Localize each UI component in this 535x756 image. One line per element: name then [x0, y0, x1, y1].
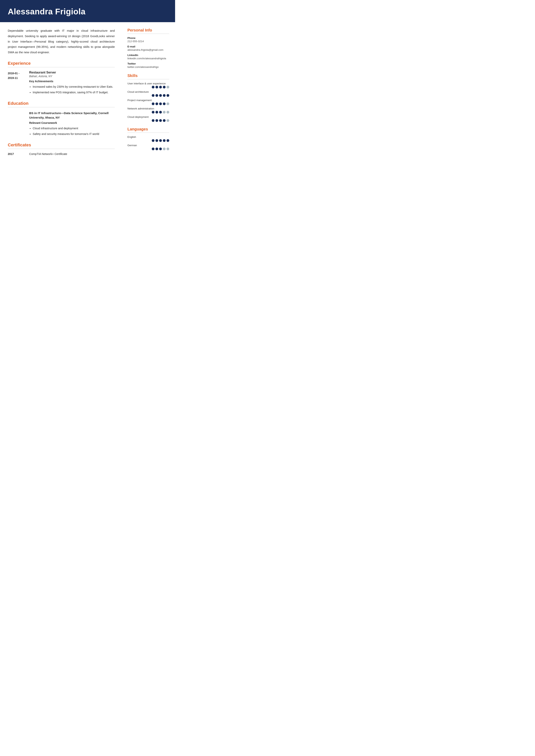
- skill-item: Project management: [127, 99, 169, 105]
- skill-name: Project management: [127, 99, 169, 102]
- dot-filled: [155, 148, 158, 150]
- dot-filled: [152, 119, 155, 122]
- languages-section: Languages EnglishGerman: [127, 127, 169, 150]
- dot-filled: [152, 148, 155, 150]
- edu-date-col: [8, 111, 29, 137]
- skill-item: Cloud architecture: [127, 91, 169, 97]
- dot-empty: [163, 111, 166, 114]
- certificates-section: Certificates 2017 CompTIA Network+ Certi…: [8, 143, 115, 155]
- language-name: English: [127, 135, 169, 138]
- dot-filled: [167, 139, 169, 142]
- dot-filled: [163, 139, 166, 142]
- skill-item: Cloud deployment: [127, 116, 169, 122]
- personal-info-title: Personal Info: [127, 28, 169, 33]
- skills-section: Skills User interface & user experienceC…: [127, 73, 169, 122]
- education-title: Education: [8, 101, 115, 106]
- candidate-name: Alessandra Frigiola: [8, 7, 167, 16]
- dot-filled: [159, 94, 162, 97]
- experience-item: 2018-01 - 2019-11 Restaurant Server Baha…: [8, 71, 115, 96]
- twitter-label: Twitter: [127, 62, 169, 65]
- exp-job-title: Restaurant Server: [29, 71, 115, 74]
- exp-date-start: 2018-01 -: [8, 71, 29, 76]
- exp-details: Restaurant Server Bahari, Astoria, NY Ke…: [29, 71, 115, 96]
- email-value: alessandra.frigiola@gmail.com: [127, 48, 169, 51]
- coursework-list: Cloud infrastructure and deployment Safe…: [29, 126, 115, 137]
- email-label: E-mail: [127, 45, 169, 48]
- experience-title: Experience: [8, 61, 115, 66]
- skills-divider: [127, 79, 169, 79]
- skill-dots: [127, 102, 169, 105]
- dot-empty: [167, 111, 169, 114]
- achievements-label: Key Achievements: [29, 80, 115, 83]
- dot-filled: [159, 111, 162, 114]
- linkedin-value: linkedin.com/in/alessandrafrigiola: [127, 57, 169, 60]
- exp-company: Bahari, Astoria, NY: [29, 75, 115, 78]
- dot-filled: [159, 148, 162, 150]
- dot-filled: [155, 111, 158, 114]
- linkedin-label: LinkedIn: [127, 54, 169, 57]
- skills-title: Skills: [127, 73, 169, 78]
- skill-name: Cloud architecture: [127, 91, 169, 93]
- language-name: German: [127, 144, 169, 147]
- cert-year: 2017: [8, 152, 29, 155]
- phone-field: Phone 212-555-3214: [127, 37, 169, 43]
- certificates-title: Certificates: [8, 143, 115, 148]
- skill-name: User interface & user experience: [127, 82, 169, 85]
- personal-info-section: Personal Info Phone 212-555-3214 E-mail …: [127, 28, 169, 68]
- email-field: E-mail alessandra.frigiola@gmail.com: [127, 45, 169, 51]
- main-column: Dependable university graduate with IT m…: [0, 22, 123, 168]
- dot-filled: [152, 86, 155, 89]
- dot-filled: [152, 94, 155, 97]
- dot-filled: [152, 111, 155, 114]
- header: Alessandra Frigiola: [0, 0, 175, 22]
- cert-item: 2017 CompTIA Network+ Certificate: [8, 152, 115, 155]
- achievements-list: Increased sales by 230% by connecting re…: [29, 84, 115, 95]
- content-wrapper: Dependable university graduate with IT m…: [0, 22, 175, 168]
- languages-title: Languages: [127, 127, 169, 131]
- language-dots: [127, 139, 169, 142]
- dot-empty: [167, 86, 169, 89]
- dot-filled: [155, 86, 158, 89]
- dot-filled: [163, 102, 166, 105]
- dot-empty: [167, 148, 169, 150]
- dot-filled: [159, 86, 162, 89]
- education-divider: [8, 107, 115, 107]
- dot-empty: [163, 148, 166, 150]
- skill-dots: [127, 94, 169, 97]
- skill-dots: [127, 111, 169, 114]
- skill-dots: [127, 86, 169, 89]
- coursework-item-1: Cloud infrastructure and deployment: [33, 126, 115, 131]
- dot-filled: [167, 94, 169, 97]
- education-section: Education BS in IT Infrastructure—Data S…: [8, 101, 115, 137]
- achievement-item-2: Implemented new POS integration, saving …: [33, 90, 115, 95]
- achievement-item-1: Increased sales by 230% by connecting re…: [33, 84, 115, 89]
- skills-list: User interface & user experienceCloud ar…: [127, 82, 169, 122]
- summary-text: Dependable university graduate with IT m…: [8, 28, 115, 55]
- dot-filled: [159, 102, 162, 105]
- twitter-field: Twitter twitter.com/alessandrafrigo: [127, 62, 169, 68]
- edu-details: BS in IT Infrastructure—Data Science Spe…: [29, 111, 115, 137]
- education-item: BS in IT Infrastructure—Data Science Spe…: [8, 111, 115, 137]
- dot-filled: [152, 102, 155, 105]
- phone-label: Phone: [127, 37, 169, 40]
- skill-item: User interface & user experience: [127, 82, 169, 89]
- dot-filled: [159, 119, 162, 122]
- dot-empty: [167, 119, 169, 122]
- languages-list: EnglishGerman: [127, 135, 169, 150]
- linkedin-field: LinkedIn linkedin.com/in/alessandrafrigi…: [127, 54, 169, 60]
- skill-name: Cloud deployment: [127, 116, 169, 119]
- skill-item: Network administration: [127, 107, 169, 114]
- dot-filled: [152, 139, 155, 142]
- cert-name: CompTIA Network+ Certificate: [29, 152, 67, 155]
- dot-filled: [155, 119, 158, 122]
- exp-dates: 2018-01 - 2019-11: [8, 71, 29, 96]
- coursework-label: Relevant Coursework: [29, 121, 115, 124]
- dot-filled: [155, 102, 158, 105]
- dot-filled: [155, 139, 158, 142]
- language-item: English: [127, 135, 169, 142]
- language-dots: [127, 148, 169, 150]
- dot-filled: [163, 119, 166, 122]
- twitter-value: twitter.com/alessandrafrigo: [127, 66, 169, 68]
- sidebar: Personal Info Phone 212-555-3214 E-mail …: [123, 22, 175, 160]
- personal-info-divider: [127, 34, 169, 34]
